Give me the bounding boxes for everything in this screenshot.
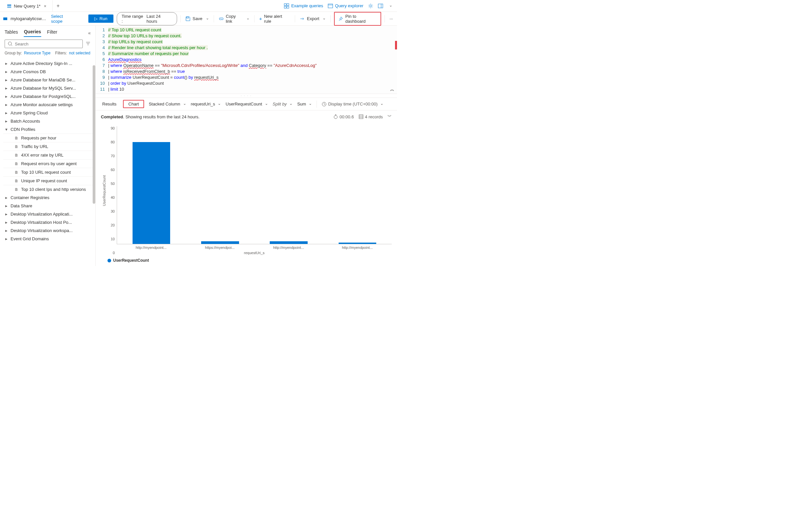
explorer-icon xyxy=(328,3,333,8)
tree-leaf[interactable]: 🗎Top 10 URL request count xyxy=(3,168,93,176)
stopwatch-icon xyxy=(333,114,338,119)
tab-tables[interactable]: Tables xyxy=(5,29,18,37)
svg-rect-2 xyxy=(284,4,286,6)
plus-icon: + xyxy=(259,16,262,21)
tree-node[interactable]: ▸Azure Active Directory Sign-In ... xyxy=(3,59,93,68)
gear-icon[interactable] xyxy=(368,3,373,8)
tree-leaf[interactable]: 🗎Unique IP request count xyxy=(3,176,93,185)
tree-leaf[interactable]: 🗎4XX error rate by URL xyxy=(3,151,93,159)
bar-slot xyxy=(186,126,254,244)
search-box[interactable] xyxy=(5,40,83,48)
status-bar: Completed. Showing results from the last… xyxy=(96,110,397,123)
bar[interactable] xyxy=(339,243,377,244)
code-editor[interactable]: 1// Top 10 URL request count2// Show top… xyxy=(96,26,397,94)
svg-rect-9 xyxy=(378,4,383,8)
pin-icon xyxy=(338,16,343,21)
query-tab-active[interactable]: New Query 1* × xyxy=(2,0,53,12)
query-explorer-link[interactable]: Query explorer xyxy=(328,3,363,8)
tree-node[interactable]: ▸Azure Cosmos DB xyxy=(3,68,93,76)
chevron-down-icon[interactable] xyxy=(388,3,392,8)
link-icon xyxy=(219,16,224,21)
bar[interactable] xyxy=(270,241,308,244)
export-icon xyxy=(300,16,305,21)
example-queries-link[interactable]: Example queries xyxy=(284,3,323,8)
tree-node[interactable]: ▸Data Share xyxy=(3,202,93,210)
svg-point-8 xyxy=(370,5,372,7)
tree-leaf[interactable]: 🗎Request errors by user agent xyxy=(3,159,93,168)
tree-node[interactable]: ▸Azure Spring Cloud xyxy=(3,109,93,117)
export-button[interactable]: Export xyxy=(298,15,327,23)
tree-node[interactable]: ▸Desktop Virtualization Applicati... xyxy=(3,210,93,218)
chart-area: UserRequestCount 9080706050403020100 htt… xyxy=(96,123,397,266)
x-field-dropdown[interactable]: requestUri_s xyxy=(191,101,221,107)
y-field-dropdown[interactable]: UserRequestCount xyxy=(226,101,268,107)
new-alert-button[interactable]: + New alert rule xyxy=(258,13,291,25)
status-text: . Showing results from the last 24 hours… xyxy=(123,114,200,119)
workspace-name: myloganalyticswor... xyxy=(11,16,49,21)
copy-link-button[interactable]: Copy link xyxy=(217,13,251,25)
x-tick-label: http://myendpoint... xyxy=(117,244,186,249)
bar[interactable] xyxy=(201,241,239,244)
document-icon: 🗎 xyxy=(15,145,18,149)
legend-label: UserRequestCount xyxy=(113,258,149,263)
tree-leaf[interactable]: 🗎Requests per hour xyxy=(3,133,93,142)
query-icon xyxy=(6,4,12,9)
search-input[interactable] xyxy=(15,41,80,46)
more-button[interactable]: ··· xyxy=(388,15,394,22)
collapse-sidebar-icon[interactable]: « xyxy=(88,30,91,36)
save-icon xyxy=(185,16,191,21)
splitby-dropdown[interactable]: Split by xyxy=(273,101,293,107)
filters-value[interactable]: not selected xyxy=(69,51,90,55)
save-button[interactable]: Save xyxy=(184,15,210,23)
run-button[interactable]: ▷ Run xyxy=(88,15,113,23)
tree-node[interactable]: ▸Batch Accounts xyxy=(3,117,93,125)
x-tick-label: http://myendpoint... xyxy=(323,244,392,249)
tree-node[interactable]: ▸Azure Monitor autoscale settings xyxy=(3,100,93,109)
groupby-value[interactable]: Resource Type xyxy=(24,51,51,55)
table-icon xyxy=(358,114,364,119)
tree-node[interactable]: ▸Desktop Virtualization workspa... xyxy=(3,226,93,235)
sort-icon[interactable] xyxy=(86,41,91,47)
scrollbar-thumb[interactable] xyxy=(93,65,95,204)
new-tab-button[interactable]: + xyxy=(53,3,64,9)
tab-filter[interactable]: Filter xyxy=(47,29,57,37)
tree-node[interactable]: ▸Desktop Virtualization Host Po... xyxy=(3,218,93,226)
resize-handle[interactable]: · · · · xyxy=(96,94,397,98)
pin-to-dashboard-button[interactable]: Pin to dashboard xyxy=(334,12,381,26)
tree-node[interactable]: ▸Azure Database for MySQL Serv... xyxy=(3,84,93,92)
display-time-dropdown[interactable]: Display time (UTC+00:00) xyxy=(321,101,383,107)
chart-type-dropdown[interactable]: Stacked Column xyxy=(149,101,186,107)
select-scope-link[interactable]: Select scope xyxy=(51,14,75,24)
svg-rect-6 xyxy=(328,4,333,8)
tree-node[interactable]: ▸Container Registries xyxy=(3,193,93,202)
tab-queries[interactable]: Queries xyxy=(24,29,41,37)
tree-node-expanded[interactable]: ▾CDN Profiles xyxy=(3,125,93,133)
svg-rect-1 xyxy=(7,6,11,8)
svg-line-14 xyxy=(11,45,12,46)
toolbar: myloganalyticswor... Select scope ▷ Run … xyxy=(0,12,397,26)
results-tab[interactable]: Results xyxy=(100,100,118,108)
tree-node[interactable]: ▸Azure Database for PostgreSQL... xyxy=(3,92,93,100)
svg-rect-19 xyxy=(359,115,363,119)
chart-tab[interactable]: Chart xyxy=(123,100,144,108)
bar-slot xyxy=(117,126,186,244)
tree-node[interactable]: ▸Event Grid Domains xyxy=(3,235,93,243)
record-count: 4 records xyxy=(358,114,383,119)
svg-point-13 xyxy=(8,42,12,45)
x-axis-label: requestUri_s xyxy=(117,249,392,255)
expand-results-icon[interactable]: ︾ xyxy=(387,114,392,120)
collapse-editor-icon[interactable]: ︽ xyxy=(390,87,394,92)
document-icon: 🗎 xyxy=(15,170,18,175)
chart-legend: UserRequestCount xyxy=(101,255,392,263)
tree-leaf[interactable]: 🗎Traffic by URL xyxy=(3,142,93,151)
close-icon[interactable]: × xyxy=(42,4,48,8)
tree-leaf[interactable]: 🗎Top 10 client Ips and http versions xyxy=(3,185,93,193)
time-range-selector[interactable]: Time range : Last 24 hours xyxy=(117,12,177,25)
aggregation-dropdown[interactable]: Sum xyxy=(297,101,312,107)
bar[interactable] xyxy=(133,142,170,244)
tab-bar: New Query 1* × + Example queries Query e… xyxy=(0,0,397,12)
tree-node[interactable]: ▸Azure Database for MariaDB Se... xyxy=(3,76,93,84)
panel-icon[interactable] xyxy=(378,3,383,8)
svg-rect-12 xyxy=(187,17,189,18)
results-toolbar: Results Chart Stacked Column requestUri_… xyxy=(96,98,397,110)
